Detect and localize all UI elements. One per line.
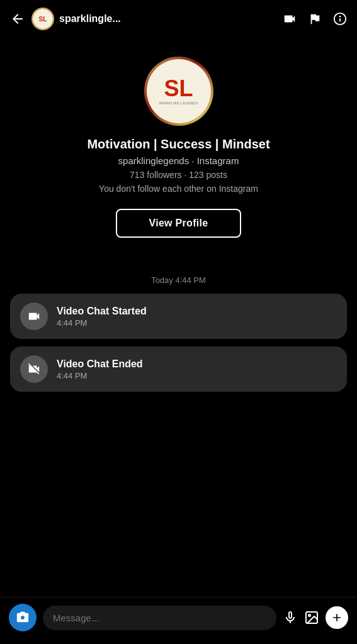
profile-title: Motivation | Success | Mindset	[87, 137, 269, 152]
video-ended-text: Video Chat Ended 4:44 PM	[57, 358, 143, 380]
header-icons	[283, 12, 347, 26]
message-item-video-ended: Video Chat Ended 4:44 PM	[10, 347, 347, 392]
video-started-label: Video Chat Started	[57, 306, 147, 317]
bottom-bar	[0, 597, 357, 644]
timestamp-divider: Today 4:44 PM	[10, 275, 347, 285]
avatar-small: SL	[31, 8, 54, 30]
video-started-text: Video Chat Started 4:44 PM	[57, 306, 147, 328]
camera-button[interactable]	[9, 604, 37, 631]
video-call-icon[interactable]	[283, 12, 297, 26]
profile-follow-status: You don't follow each other on Instagram	[99, 184, 258, 194]
profile-handle: sparklinglegends · Instagram	[118, 155, 239, 166]
top-bar: SL sparklingle...	[0, 0, 357, 38]
svg-point-4	[309, 614, 310, 616]
message-input[interactable]	[43, 606, 276, 630]
video-started-time: 4:44 PM	[57, 318, 147, 328]
video-start-icon	[20, 303, 48, 330]
contact-name[interactable]: sparklingle...	[59, 13, 283, 25]
flag-icon[interactable]	[308, 12, 322, 26]
profile-card: SL SPARKLING LEGENDS Motivation | Succes…	[0, 38, 357, 263]
plus-button[interactable]	[326, 606, 348, 629]
video-ended-time: 4:44 PM	[57, 371, 143, 380]
message-item-video-started: Video Chat Started 4:44 PM	[10, 294, 347, 339]
profile-stats: 713 followers · 123 posts	[130, 170, 227, 180]
avatar-logo: SL	[39, 16, 47, 23]
photo-button[interactable]	[304, 610, 319, 625]
profile-tagline: SPARKLING LEGENDS	[159, 101, 198, 105]
view-profile-button[interactable]: View Profile	[116, 209, 241, 238]
video-ended-label: Video Chat Ended	[57, 358, 143, 370]
chat-area: Today 4:44 PM Video Chat Started 4:44 PM…	[0, 275, 357, 464]
back-button[interactable]	[10, 11, 25, 26]
profile-logo: SL	[164, 77, 193, 100]
profile-avatar: SL SPARKLING LEGENDS	[144, 57, 213, 126]
info-icon[interactable]	[333, 12, 347, 26]
video-end-icon	[20, 355, 48, 383]
mic-button[interactable]	[283, 610, 298, 625]
